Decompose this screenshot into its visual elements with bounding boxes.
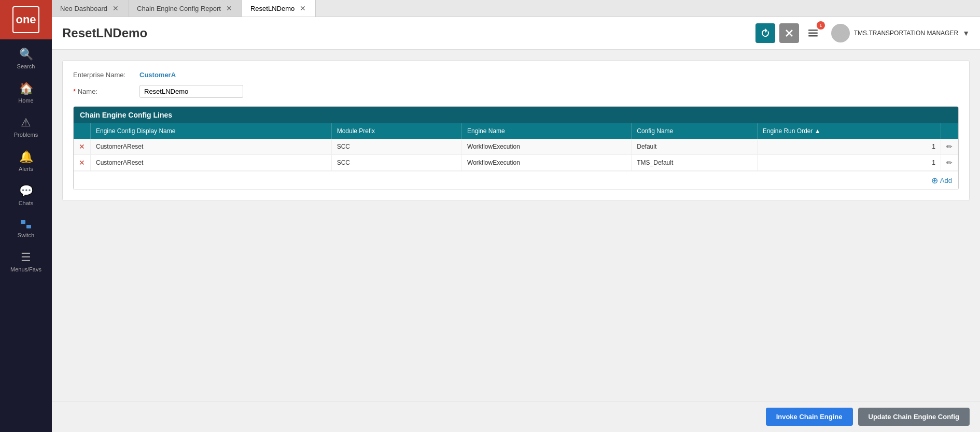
app-logo: one <box>0 0 52 39</box>
close-tab-chain-engine-config[interactable]: ✕ <box>225 4 233 12</box>
close-button[interactable] <box>779 23 799 43</box>
svg-rect-5 <box>808 30 818 31</box>
col-delete <box>74 123 91 139</box>
user-name: TMS.TRANSPORTATION MANAGER <box>854 30 958 37</box>
home-icon: 🏠 <box>19 82 33 95</box>
edit-cell: ✏ <box>941 155 958 171</box>
display-name-cell: CustomerAReset <box>91 139 332 155</box>
name-row: * Name: <box>73 85 959 98</box>
config-name-cell: Default <box>632 139 758 155</box>
avatar <box>831 24 850 42</box>
menus-icon: ☰ <box>21 251 31 264</box>
col-engine-name: Engine Name <box>462 123 632 139</box>
close-tab-reset-ln-demo[interactable]: ✕ <box>299 4 307 12</box>
alerts-icon: 🔔 <box>19 150 33 164</box>
user-dropdown-button[interactable]: ▼ <box>962 29 970 37</box>
tab-bar: Neo Dashboard ✕ Chain Engine Config Repo… <box>52 0 980 17</box>
config-lines-table: Engine Config Display Name Module Prefix… <box>74 123 958 171</box>
config-name-cell: TMS_Default <box>632 155 758 171</box>
menu-button[interactable]: 1 <box>803 23 823 43</box>
col-module-prefix: Module Prefix <box>331 123 461 139</box>
sidebar-item-menus[interactable]: ☰ Menus/Favs <box>0 244 52 279</box>
edit-row-button[interactable]: ✏ <box>946 159 953 167</box>
header-actions: 1 TMS.TRANSPORTATION MANAGER ▼ <box>755 23 970 43</box>
page-header: ResetLNDemo 1 TMS.TRANSPORTATION MANAGER… <box>52 17 980 50</box>
sort-indicator: ▲ <box>815 127 821 135</box>
sidebar: one 🔍 Search 🏠 Home ⚠ Problems 🔔 Alerts … <box>0 0 52 432</box>
notification-badge: 1 <box>817 21 825 30</box>
svg-rect-0 <box>21 220 25 224</box>
edit-cell: ✏ <box>941 139 958 155</box>
name-input[interactable] <box>139 85 243 98</box>
content-area: Enterprise Name: CustomerA * Name: Chain… <box>52 50 980 401</box>
user-details: TMS.TRANSPORTATION MANAGER <box>854 30 958 37</box>
svg-rect-1 <box>26 225 31 228</box>
engine-name-cell: WorkflowExecution <box>462 155 632 171</box>
tab-neo-dashboard[interactable]: Neo Dashboard ✕ <box>52 0 129 17</box>
svg-rect-6 <box>808 33 818 34</box>
table-header-bar: Chain Engine Config Lines <box>74 107 958 123</box>
refresh-button[interactable] <box>755 23 775 43</box>
tab-reset-ln-demo[interactable]: ResetLNDemo ✕ <box>242 0 316 17</box>
col-config-name: Config Name <box>632 123 758 139</box>
problems-icon: ⚠ <box>21 116 31 129</box>
sidebar-item-chats[interactable]: 💬 Chats <box>0 178 52 212</box>
form-card: Enterprise Name: CustomerA * Name: Chain… <box>62 60 970 201</box>
module-prefix-cell: SCC <box>331 155 461 171</box>
add-icon: ⊕ <box>931 176 938 185</box>
name-label: * Name: <box>73 88 135 95</box>
col-display-name: Engine Config Display Name <box>91 123 332 139</box>
delete-row-button[interactable]: ✕ <box>79 159 85 167</box>
run-order-cell: 1 <box>757 155 941 171</box>
switch-icon <box>20 219 32 230</box>
svg-marker-2 <box>765 28 767 33</box>
enterprise-row: Enterprise Name: CustomerA <box>73 71 959 79</box>
sidebar-item-home[interactable]: 🏠 Home <box>0 76 52 110</box>
main-area: Neo Dashboard ✕ Chain Engine Config Repo… <box>52 0 980 432</box>
user-info: TMS.TRANSPORTATION MANAGER ▼ <box>831 24 970 42</box>
enterprise-value: CustomerA <box>139 71 176 79</box>
add-link[interactable]: ⊕ Add <box>931 176 952 185</box>
table-section: Chain Engine Config Lines Engine Config … <box>73 106 959 190</box>
add-row-footer: ⊕ Add <box>74 171 958 190</box>
table-row: ✕ CustomerAReset SCC WorkflowExecution D… <box>74 139 958 155</box>
delete-row-button[interactable]: ✕ <box>79 142 85 151</box>
sidebar-item-search[interactable]: 🔍 Search <box>0 41 52 76</box>
module-prefix-cell: SCC <box>331 139 461 155</box>
tab-chain-engine-config[interactable]: Chain Engine Config Report ✕ <box>129 0 242 17</box>
delete-cell: ✕ <box>74 155 91 171</box>
page-title: ResetLNDemo <box>62 26 755 40</box>
col-run-order[interactable]: Engine Run Order ▲ <box>757 123 941 139</box>
sidebar-item-problems[interactable]: ⚠ Problems <box>0 110 52 144</box>
search-icon: 🔍 <box>19 48 33 61</box>
delete-cell: ✕ <box>74 139 91 155</box>
svg-rect-7 <box>808 35 818 37</box>
display-name-cell: CustomerAReset <box>91 155 332 171</box>
update-chain-engine-button[interactable]: Update Chain Engine Config <box>858 408 970 426</box>
logo-box: one <box>12 6 39 33</box>
sidebar-item-alerts[interactable]: 🔔 Alerts <box>0 144 52 178</box>
run-order-cell: 1 <box>757 139 941 155</box>
edit-row-button[interactable]: ✏ <box>946 142 953 151</box>
table-row: ✕ CustomerAReset SCC WorkflowExecution T… <box>74 155 958 171</box>
invoke-chain-engine-button[interactable]: Invoke Chain Engine <box>766 408 853 426</box>
col-edit <box>941 123 958 139</box>
sidebar-item-switch[interactable]: Switch <box>0 212 52 244</box>
enterprise-label: Enterprise Name: <box>73 71 135 79</box>
chats-icon: 💬 <box>19 184 33 198</box>
table-header-row: Engine Config Display Name Module Prefix… <box>74 123 958 139</box>
footer: Invoke Chain Engine Update Chain Engine … <box>52 401 980 432</box>
close-tab-neo-dashboard[interactable]: ✕ <box>111 4 120 12</box>
engine-name-cell: WorkflowExecution <box>462 139 632 155</box>
required-asterisk: * <box>73 88 76 95</box>
